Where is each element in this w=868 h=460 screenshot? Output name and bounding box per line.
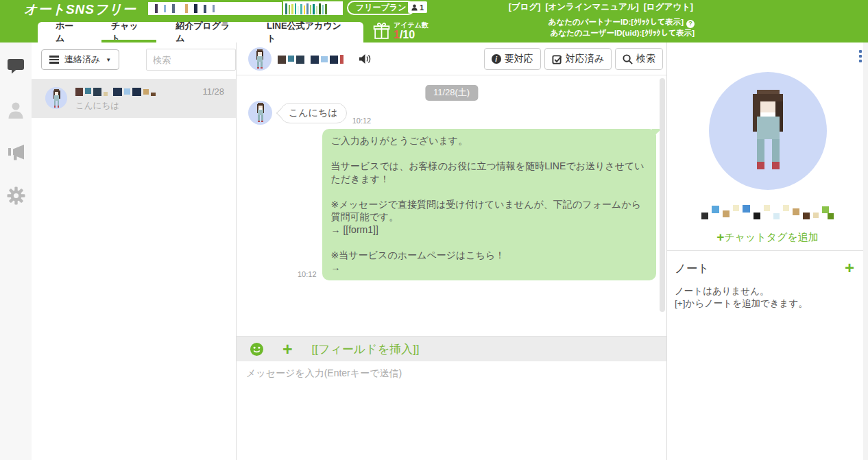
item-count-total: /10	[400, 29, 415, 40]
profile-panel: +チャットタグを追加 ノート + ノートはありません。 [+]からノートを追加で…	[666, 43, 868, 460]
partner-id-label: あなたのパートナーID:	[548, 18, 631, 26]
incoming-bubble: こんにちは	[280, 103, 347, 123]
chat-partner-avatar	[248, 47, 272, 71]
censored-status-bars	[283, 1, 343, 15]
add-chat-tag-label: チャットタグを追加	[724, 231, 818, 243]
censored-chat-partner-name	[278, 53, 343, 64]
note-title: ノート	[675, 261, 855, 276]
profile-avatar	[709, 72, 827, 190]
plus-icon: +	[716, 230, 724, 244]
nav-chat-icon[interactable]	[6, 57, 25, 75]
contact-preview-text: こんにちは	[75, 100, 119, 112]
censored-profile-name	[667, 201, 868, 219]
user-id-toggle[interactable]: [ｸﾘｯｸして表示]	[642, 29, 695, 37]
partner-id-toggle[interactable]: [ｸﾘｯｸして表示]	[631, 18, 684, 26]
nav-settings-icon[interactable]	[6, 186, 25, 205]
censored-account-name	[148, 2, 282, 15]
chat-header: 要対応 対応済み 検索	[237, 43, 666, 75]
contact-avatar	[45, 87, 67, 109]
blog-link[interactable]: [ブログ]	[509, 1, 541, 13]
contact-list-panel: 連絡済み ▼ 11/28 こんにちは	[32, 43, 237, 460]
user-id-label: あなたのユーザーID(uid):	[550, 29, 642, 37]
contact-list-item[interactable]: 11/28 こんにちは	[32, 79, 236, 118]
partner-id-line: あなたのパートナーID:[ｸﾘｯｸして表示]?	[548, 17, 695, 28]
chevron-down-icon: ▼	[106, 57, 111, 63]
outgoing-time: 10:12	[298, 270, 317, 278]
user-icon	[411, 3, 418, 11]
nav-broadcast-icon[interactable]	[6, 143, 25, 162]
manual-link[interactable]: [オンラインマニュアル]	[545, 1, 638, 13]
item-count-label: アイテム数	[394, 21, 429, 29]
incoming-message: こんにちは 10:12	[248, 101, 371, 125]
contact-filter-label: 連絡済み	[64, 53, 100, 66]
header-links: [ブログ] [オンラインマニュアル] [ログアウト]	[509, 1, 693, 13]
tab-home[interactable]: ホーム	[41, 22, 97, 43]
search-icon	[623, 54, 633, 64]
kebab-menu-icon[interactable]	[859, 50, 862, 62]
chat-header-buttons: 要対応 対応済み 検索	[484, 48, 663, 70]
emoji-icon[interactable]	[250, 343, 263, 356]
message-avatar	[248, 101, 272, 125]
tab-chat[interactable]: チャット	[97, 22, 161, 43]
nav-contacts-icon[interactable]	[6, 100, 25, 119]
item-count-value: 1/10	[394, 29, 429, 40]
login-user-count: 1	[408, 1, 427, 13]
contact-last-date: 11/28	[202, 86, 224, 97]
add-chat-tag-button[interactable]: +チャットタグを追加	[667, 230, 868, 245]
censored-contact-name	[75, 86, 156, 96]
help-icon[interactable]: ?	[686, 20, 695, 28]
item-count-text: アイテム数 1/10	[394, 21, 429, 40]
icon-rail	[0, 43, 32, 460]
date-divider: 11/28(土)	[425, 85, 478, 101]
outgoing-bubble: ご入力ありがとうございます。 当サービスでは、お客様のお役に立つ情報を随時LIN…	[322, 129, 656, 280]
chat-search-button[interactable]: 検索	[615, 48, 663, 70]
incoming-time: 10:12	[352, 117, 372, 125]
need-action-button[interactable]: 要対応	[484, 48, 541, 70]
login-count-value: 1	[420, 3, 424, 12]
note-section: ノート + ノートはありません。 [+]からノートを追加できます。	[667, 250, 863, 460]
logout-link[interactable]: [ログアウト]	[644, 1, 693, 13]
app-logo: オートSNSフリー	[24, 1, 136, 19]
contact-filter-button[interactable]: 連絡済み ▼	[41, 49, 119, 70]
tab-referral[interactable]: 紹介プログラム	[161, 22, 252, 43]
message-input[interactable]	[237, 361, 666, 460]
need-action-label: 要対応	[505, 53, 533, 65]
gift-icon	[373, 22, 390, 40]
item-counter: アイテム数 1/10	[373, 21, 429, 40]
chat-area: 要対応 対応済み 検索 11/28(土) こんにちは 10:12	[237, 43, 666, 460]
chat-scrollbar[interactable]	[660, 78, 665, 312]
attach-plus-icon[interactable]: +	[282, 342, 293, 356]
note-empty-text: ノートはありません。 [+]からノートを追加できます。	[675, 285, 855, 309]
outgoing-message: 10:12 ご入力ありがとうございます。 当サービスでは、お客様のお役に立つ情報…	[237, 129, 656, 280]
tab-line-account[interactable]: LINE公式アカウント	[252, 22, 363, 43]
id-block: あなたのパートナーID:[ｸﾘｯｸして表示]? あなたのユーザーID(uid):…	[548, 17, 695, 38]
note-empty-line2: [+]からノートを追加できます。	[675, 298, 855, 310]
app-window: オートSNSフリー フリープラン	[0, 0, 868, 460]
hamburger-icon	[49, 56, 59, 64]
chat-search-label: 検索	[636, 53, 655, 65]
check-square-icon	[552, 54, 562, 64]
insert-field-button[interactable]: [[フィールドを挿入]]	[312, 341, 420, 357]
mark-done-button[interactable]: 対応済み	[544, 48, 612, 70]
add-note-button[interactable]: +	[845, 258, 854, 278]
panel-scrollbar[interactable]	[863, 43, 868, 460]
top-header: オートSNSフリー フリープラン	[0, 0, 868, 43]
composer	[237, 361, 666, 460]
mark-done-label: 対応済み	[566, 53, 604, 65]
main-nav-tabs: ホーム チャット 紹介プログラム LINE公式アカウント	[38, 22, 363, 43]
item-count-current: 1	[394, 29, 400, 40]
user-id-line: あなたのユーザーID(uid):[ｸﾘｯｸして表示]	[548, 28, 695, 39]
message-scroll-region: 11/28(土) こんにちは 10:12 10:12 ご入力ありがとうございます…	[237, 75, 666, 336]
note-empty-line1: ノートはありません。	[675, 285, 855, 298]
plan-badge: フリープラン	[347, 1, 415, 15]
composer-toolbar: + [[フィールドを挿入]]	[237, 336, 666, 361]
contact-search-input[interactable]	[146, 49, 236, 71]
info-icon	[492, 54, 501, 64]
notification-volume-icon[interactable]	[359, 53, 372, 67]
